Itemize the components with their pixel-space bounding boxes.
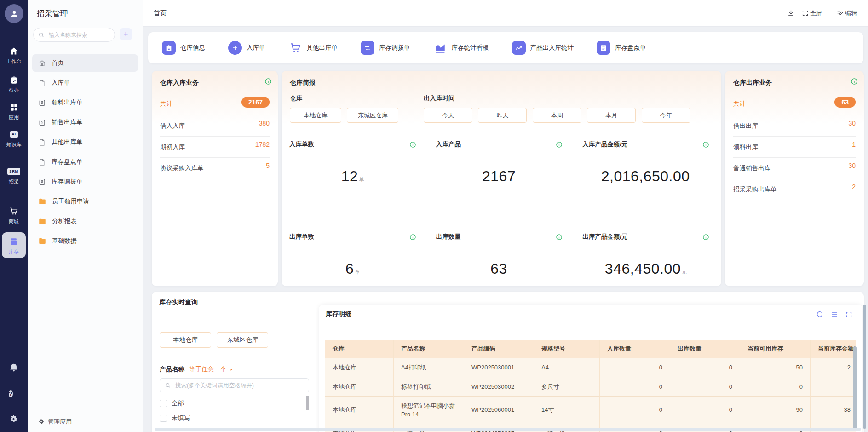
- sidebar-item-label: 首页: [52, 59, 64, 67]
- sidebar-item-transfer-order[interactable]: 库存调拨单: [32, 173, 138, 190]
- realtime-query-card: 库存实时查询 本地仓库 东城区仓库 产品名称 等于任意一个 全部 未填写: [152, 292, 864, 432]
- rail-item-srm[interactable]: SRM 招采: [2, 167, 25, 185]
- column-header[interactable]: 当前可用库存: [740, 340, 811, 358]
- page-scrollbar[interactable]: [863, 305, 866, 429]
- cell-warehouse: 本地仓库: [325, 377, 394, 397]
- rail-item-knowledge[interactable]: AI 知识库: [2, 129, 25, 148]
- help-button[interactable]: ?: [9, 389, 13, 399]
- warehouse-chip[interactable]: 本地仓库: [290, 108, 341, 123]
- quick-link-other-outbound[interactable]: 其他出库单: [288, 41, 338, 55]
- table-row[interactable]: 本地仓库 标签打印纸 WP2025030002 多尺寸 0 0 0: [325, 377, 856, 397]
- sidebar-item-base-data[interactable]: 基础数据: [32, 232, 138, 250]
- rail-item-apps[interactable]: 应用: [2, 102, 25, 121]
- info-icon[interactable]: [702, 141, 709, 148]
- stat-row-total: 共计 2167: [160, 93, 270, 115]
- expand-icon[interactable]: [845, 311, 852, 318]
- metric-label: 出库产品金额/元: [582, 233, 627, 241]
- column-header[interactable]: 入库数量: [600, 340, 670, 358]
- operator-dropdown[interactable]: 等于任意一个: [189, 365, 234, 374]
- cell-inbound-qty: 0: [600, 397, 670, 423]
- sidebar-search[interactable]: [33, 28, 115, 42]
- table-row[interactable]: 本地仓库 A4打印纸 WP2025030001 A4 0 0 50 2: [325, 358, 856, 377]
- table-row[interactable]: 本地仓库 联想笔记本电脑小新Pro 14 WP2025060001 14寸 0 …: [325, 397, 856, 423]
- sidebar-search-input[interactable]: [48, 31, 110, 39]
- list-scrollbar[interactable]: [306, 396, 309, 410]
- cell-outbound-qty: 0: [670, 397, 740, 423]
- rail-item-inventory[interactable]: 库存: [2, 232, 26, 258]
- cell-warehouse: 本地仓库: [325, 397, 394, 423]
- time-chip[interactable]: 今天: [424, 108, 472, 123]
- sidebar-item-label: 入库单: [52, 79, 70, 87]
- column-header[interactable]: 当前库存金额统计: [811, 340, 856, 358]
- quick-link-inbound-order[interactable]: 入库单: [228, 41, 265, 55]
- product-search[interactable]: [160, 378, 309, 392]
- quick-link-transfer-order[interactable]: 库存调拨单: [361, 41, 410, 55]
- stat-value: 380: [259, 120, 270, 127]
- column-header[interactable]: 规格型号: [534, 340, 600, 358]
- rail-item-mall[interactable]: 商城: [2, 206, 25, 225]
- menu-icon[interactable]: [831, 311, 838, 318]
- warehouse-chip[interactable]: 东城区仓库: [217, 332, 268, 348]
- column-header[interactable]: 产品名称: [394, 340, 464, 358]
- user-avatar[interactable]: [5, 4, 23, 23]
- fullscreen-button[interactable]: 全屏: [802, 9, 822, 17]
- column-header[interactable]: 产品编码: [464, 340, 534, 358]
- info-icon[interactable]: [851, 78, 858, 85]
- sidebar-item-picking-outbound[interactable]: 领料出库单: [32, 94, 138, 111]
- quick-link-warehouse-info[interactable]: 仓库信息: [162, 41, 205, 55]
- checkbox-unfilled[interactable]: 未填写: [160, 414, 190, 422]
- info-icon[interactable]: [556, 234, 563, 241]
- horizontal-scrollbar[interactable]: [155, 428, 861, 431]
- info-icon[interactable]: [409, 234, 416, 241]
- quick-link-stats-board[interactable]: 库存统计看板: [433, 41, 489, 55]
- grid-icon: [2, 102, 25, 112]
- add-button[interactable]: +: [120, 28, 132, 40]
- manage-apps-button[interactable]: 管理应用: [28, 411, 143, 432]
- time-chip[interactable]: 今年: [642, 108, 690, 123]
- metric-unit: 单: [355, 269, 360, 275]
- sidebar-item-sales-outbound[interactable]: 销售出库单: [32, 114, 138, 131]
- checkbox-all[interactable]: 全部: [160, 399, 184, 408]
- column-header[interactable]: 仓库: [325, 340, 394, 358]
- info-icon[interactable]: [264, 78, 272, 85]
- card-title: 仓库入库业务: [152, 71, 278, 87]
- quick-link-label: 其他出库单: [307, 44, 338, 52]
- sidebar-item-other-outbound[interactable]: 其他出库单: [32, 133, 138, 151]
- time-chip[interactable]: 本周: [533, 108, 581, 123]
- warehouse-chip[interactable]: 东城区仓库: [347, 108, 398, 123]
- notifications-button[interactable]: [9, 363, 19, 373]
- rail-item-label: 工作台: [6, 58, 22, 64]
- download-button[interactable]: [787, 9, 795, 17]
- info-icon[interactable]: [702, 234, 709, 241]
- refresh-icon[interactable]: [816, 311, 823, 318]
- info-icon[interactable]: [409, 141, 416, 148]
- quick-link-stocktake-order[interactable]: 库存盘点单: [597, 41, 646, 55]
- tab-home[interactable]: 首页: [154, 9, 167, 17]
- info-icon[interactable]: [556, 141, 563, 148]
- field-label: 产品名称: [160, 365, 184, 374]
- metric-label: 入库单数: [289, 140, 314, 149]
- sidebar-item-reports[interactable]: 分析报表: [32, 213, 138, 230]
- sidebar-item-inbound-order[interactable]: 入库单: [32, 74, 138, 92]
- metric-label: 出库数量: [436, 233, 461, 241]
- table-scrollbar[interactable]: [853, 346, 857, 430]
- sidebar-item-home[interactable]: 首页: [32, 54, 138, 72]
- time-chip[interactable]: 昨天: [478, 108, 527, 123]
- folder-icon: [38, 217, 46, 225]
- quick-link-in-out-stats[interactable]: 产品出入库统计: [512, 41, 574, 55]
- time-chip[interactable]: 本月: [587, 108, 636, 123]
- metric-outbound-orders: 出库单数 6单: [282, 233, 428, 277]
- edit-button[interactable]: 编辑: [836, 9, 857, 17]
- rail-item-workbench[interactable]: 工作台: [2, 46, 25, 64]
- rail-item-todo[interactable]: 待办: [2, 75, 25, 93]
- sidebar-item-stocktake[interactable]: 库存盘点单: [32, 153, 138, 171]
- product-search-input[interactable]: [174, 382, 304, 389]
- table-header-row: 仓库 产品名称 产品编码 规格型号 入库数量 出库数量 当前可用库存 当前库存金…: [325, 340, 856, 358]
- sidebar-item-employee-requisition[interactable]: 员工领用申请: [32, 193, 138, 210]
- settings-button[interactable]: [9, 414, 18, 424]
- cell-product-code: WP2025030002: [464, 377, 534, 397]
- stat-value: 1782: [255, 141, 270, 148]
- column-header[interactable]: 出库数量: [670, 340, 740, 358]
- operator-label: 等于任意一个: [189, 365, 226, 374]
- warehouse-chip[interactable]: 本地仓库: [160, 332, 211, 348]
